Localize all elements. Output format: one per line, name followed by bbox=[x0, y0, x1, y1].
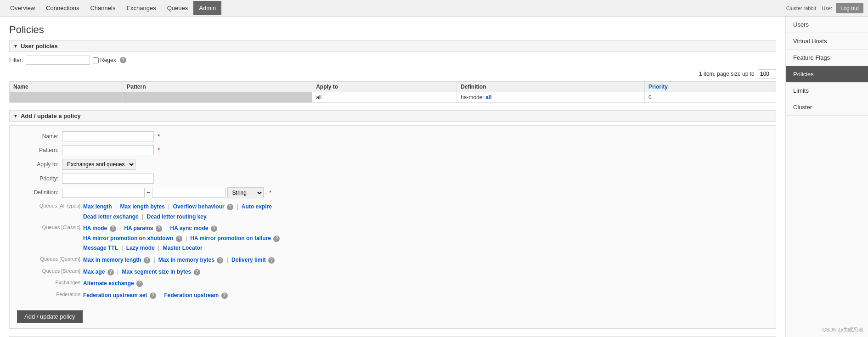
add-policy-section-header[interactable]: ▼ Add / update a policy bbox=[9, 110, 776, 122]
quick-links: Queues [All types] Max length | Max leng… bbox=[21, 202, 768, 300]
user-policies-section-header[interactable]: ▼ User policies bbox=[9, 40, 776, 52]
main-content: Policies ▼ User policies Filter: Regex ?… bbox=[0, 17, 785, 337]
policy-pattern[interactable]: ████████ bbox=[123, 92, 312, 103]
policy-definition: ha-mode: all bbox=[457, 92, 645, 103]
sidebar-policies[interactable]: Policies bbox=[786, 66, 868, 83]
ql-dead-letter-routing-key[interactable]: Dead letter routing key bbox=[147, 213, 207, 220]
overflow-behaviour-help[interactable]: ? bbox=[227, 204, 233, 210]
policy-priority: 0 bbox=[645, 92, 776, 103]
ql-dead-letter-exchange[interactable]: Dead letter exchange bbox=[83, 213, 139, 220]
pattern-required: * bbox=[158, 146, 160, 154]
ql-ha-mirror-promotion-failure[interactable]: HA mirror promotion on failure bbox=[190, 235, 271, 242]
ql-max-length[interactable]: Max length bbox=[83, 203, 112, 210]
logout-button[interactable]: Log out bbox=[836, 3, 863, 13]
ql-max-in-memory-length[interactable]: Max in memory length bbox=[83, 257, 141, 263]
filter-help-icon[interactable]: ? bbox=[120, 57, 126, 63]
ql-queues-quorum-label: Queues [Quorum] bbox=[21, 255, 80, 262]
ha-mirror-failure-help[interactable]: ? bbox=[273, 236, 280, 242]
sidebar-cluster[interactable]: Cluster bbox=[786, 99, 868, 116]
pagination-info: 1 item, page size up to bbox=[9, 69, 776, 79]
ql-auto-expire[interactable]: Auto expire bbox=[242, 203, 272, 210]
ql-delivery-limit[interactable]: Delivery limit bbox=[231, 257, 266, 263]
top-navigation: Overview Connections Channels Exchanges … bbox=[0, 0, 868, 17]
col-priority[interactable]: Priority bbox=[645, 82, 776, 92]
priority-input[interactable] bbox=[62, 174, 154, 184]
ha-sync-mode-help[interactable]: ? bbox=[211, 225, 217, 232]
ha-mode-help[interactable]: ? bbox=[110, 225, 116, 232]
ql-queues-classic-links: HA mode ? | HA params ? | HA sync mode ?… bbox=[83, 224, 280, 253]
ql-ha-mirror-promotion-shutdown[interactable]: HA mirror promotion on shutdown bbox=[83, 235, 173, 242]
toggle-icon: ▼ bbox=[13, 44, 18, 49]
max-memory-bytes-help[interactable]: ? bbox=[217, 257, 223, 264]
filter-label: Filter: bbox=[9, 57, 23, 63]
sidebar-feature-flags[interactable]: Feature Flags bbox=[786, 50, 868, 66]
ql-queues-quorum-links: Max in memory length ? | Max in memory b… bbox=[83, 255, 275, 265]
sidebar-limits[interactable]: Limits bbox=[786, 83, 868, 99]
pattern-row: Pattern: * bbox=[17, 145, 768, 155]
right-sidebar: Users Virtual Hosts Feature Flags Polici… bbox=[785, 17, 868, 337]
ha-mirror-shutdown-help[interactable]: ? bbox=[176, 236, 182, 242]
ql-max-in-memory-bytes[interactable]: Max in memory bytes bbox=[158, 257, 214, 263]
policy-name[interactable]: ████ bbox=[10, 92, 123, 103]
nav-overview[interactable]: Overview bbox=[5, 1, 40, 15]
nav-exchanges[interactable]: Exchanges bbox=[121, 1, 161, 15]
name-required: * bbox=[158, 133, 160, 140]
alternate-exchange-help[interactable]: ? bbox=[136, 281, 143, 287]
add-update-policy-button[interactable]: Add / update policy bbox=[17, 310, 83, 323]
ql-federation-upstream[interactable]: Federation upstream bbox=[164, 292, 219, 298]
regex-label[interactable]: Regex bbox=[93, 57, 116, 63]
definition-value-input[interactable] bbox=[152, 188, 225, 198]
ql-queues-all-row: Queues [All types] Max length | Max leng… bbox=[21, 202, 768, 222]
nav-admin[interactable]: Admin bbox=[193, 1, 221, 15]
pagination-size-input[interactable] bbox=[758, 69, 776, 79]
ql-message-ttl[interactable]: Message TTL bbox=[83, 245, 118, 251]
priority-row: Priority: bbox=[17, 174, 768, 184]
add-policy-form: Name: * Pattern: * Apply to: Exchanges a… bbox=[9, 125, 776, 329]
priority-label: Priority: bbox=[17, 175, 58, 182]
ql-master-locator[interactable]: Master Locator bbox=[163, 245, 203, 251]
nav-connections[interactable]: Connections bbox=[40, 1, 85, 15]
nav-queues[interactable]: Queues bbox=[162, 1, 194, 15]
sidebar-virtual-hosts[interactable]: Virtual Hosts bbox=[786, 33, 868, 50]
ql-queues-classic-row: Queues [Classic] HA mode ? | HA params ?… bbox=[21, 224, 768, 253]
pattern-input[interactable] bbox=[62, 145, 154, 155]
equals-sign: = bbox=[147, 190, 150, 197]
ql-max-segment-size[interactable]: Max segment size in bytes bbox=[122, 269, 192, 275]
ql-queues-stream-row: Queues [Stream] Max age ? | Max segment … bbox=[21, 267, 768, 277]
policy-apply-to: all bbox=[312, 92, 457, 103]
name-input[interactable] bbox=[62, 131, 154, 141]
ql-overflow-behaviour[interactable]: Overflow behaviour bbox=[173, 203, 225, 210]
max-memory-length-help[interactable]: ? bbox=[144, 257, 150, 264]
delivery-limit-help[interactable]: ? bbox=[268, 257, 275, 264]
submit-area: Add / update policy bbox=[17, 306, 768, 323]
federation-upstream-help[interactable]: ? bbox=[221, 292, 228, 299]
ql-ha-params[interactable]: HA params bbox=[124, 225, 153, 231]
filter-input[interactable] bbox=[26, 56, 90, 65]
ql-max-age[interactable]: Max age bbox=[83, 269, 105, 275]
ql-queues-quorum-row: Queues [Quorum] Max in memory length ? |… bbox=[21, 255, 768, 265]
ql-max-length-bytes[interactable]: Max length bytes bbox=[120, 203, 164, 210]
ql-queues-all-label: Queues [All types] bbox=[21, 202, 80, 208]
ql-exchanges-label: Exchanges bbox=[21, 279, 80, 285]
ql-alternate-exchange[interactable]: Alternate exchange bbox=[83, 280, 134, 286]
cluster-info: Cluster rabbit Use: bbox=[786, 6, 832, 11]
max-segment-help[interactable]: ? bbox=[194, 269, 200, 275]
regex-checkbox[interactable] bbox=[93, 57, 99, 63]
nav-right-area: Cluster rabbit Use: Log out bbox=[786, 3, 863, 13]
apply-to-select[interactable]: Exchanges and queues Exchanges Queues Cl… bbox=[62, 159, 135, 170]
federation-upstream-set-help[interactable]: ? bbox=[150, 292, 156, 299]
definition-key-input[interactable] bbox=[62, 188, 145, 198]
ql-ha-sync-mode[interactable]: HA sync mode bbox=[170, 225, 208, 231]
table-row[interactable]: ████ ████████ all ha-mode: all 0 bbox=[10, 92, 776, 103]
ql-federation-upstream-set[interactable]: Federation upstream set bbox=[83, 292, 147, 298]
apply-to-label: Apply to: bbox=[17, 161, 58, 168]
ql-ha-mode[interactable]: HA mode bbox=[83, 225, 107, 231]
col-definition: Definition bbox=[457, 82, 645, 92]
max-age-help[interactable]: ? bbox=[107, 269, 114, 275]
nav-channels[interactable]: Channels bbox=[85, 1, 121, 15]
ha-params-help[interactable]: ? bbox=[156, 225, 162, 232]
definition-type-select[interactable]: String Number Boolean List bbox=[227, 187, 264, 198]
definition-label: Definition: bbox=[17, 187, 58, 196]
ql-lazy-mode[interactable]: Lazy mode bbox=[126, 245, 155, 251]
sidebar-users[interactable]: Users bbox=[786, 17, 868, 33]
